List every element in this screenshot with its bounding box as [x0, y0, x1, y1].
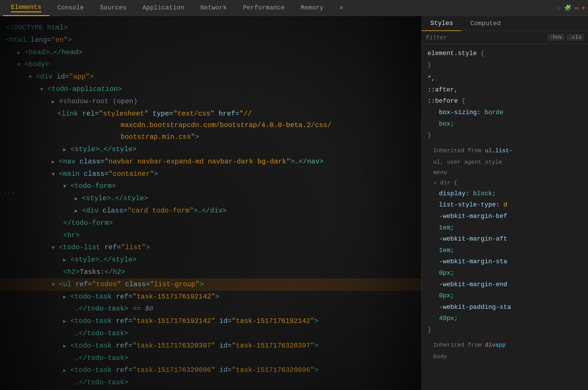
- dom-line-ul-selected[interactable]: <ul ref="todos" class="list-group">: [0, 278, 421, 291]
- dom-line-task3-close: …</todo-task>: [0, 352, 421, 364]
- filter-badge-hov[interactable]: :hov: [548, 34, 564, 41]
- triangle-todo-app[interactable]: [40, 87, 43, 92]
- style-rule-inherited-ul: Inherited from ul.list- ul, user agent s…: [422, 142, 588, 337]
- style-rule-universal: *, ::after, ::before { box-sizing: borde…: [422, 72, 588, 142]
- styles-tab-styles[interactable]: Styles: [422, 16, 462, 31]
- tab-sources-label: Sources: [100, 4, 126, 11]
- triangle-todo-form[interactable]: [63, 184, 66, 189]
- styles-tab-styles-label: Styles: [430, 20, 453, 27]
- triangle-task3[interactable]: [63, 343, 66, 349]
- dom-line-todo-task5: <todo-task ref="task-1517176334849" id="…: [0, 389, 421, 390]
- dots-indicator: ···: [3, 188, 15, 199]
- triangle-body[interactable]: [17, 62, 20, 68]
- styles-tabs: Styles Computed: [422, 16, 588, 31]
- dom-line-hr: <hr>: [0, 229, 421, 242]
- tab-memory[interactable]: Memory: [293, 0, 331, 16]
- devtools-container: Elements Console Sources Application Net…: [0, 0, 588, 390]
- tab-network-label: Network: [200, 4, 227, 11]
- toolbar: Elements Console Sources Application Net…: [0, 0, 588, 16]
- dom-line-todo-form: <todo-form>: [0, 180, 421, 192]
- styles-tab-computed[interactable]: Computed: [462, 16, 509, 31]
- tab-performance-label: Performance: [243, 4, 285, 11]
- tab-elements[interactable]: Elements: [3, 0, 49, 16]
- filter-badge-cls[interactable]: .cls: [567, 34, 584, 41]
- triangle-main[interactable]: [52, 171, 55, 177]
- star-icon[interactable]: ☆: [557, 4, 561, 11]
- dom-line-div-app: <div id="app">: [0, 71, 421, 83]
- triangle-shadow[interactable]: [52, 99, 55, 105]
- tab-console[interactable]: Console: [49, 0, 92, 16]
- triangle-todo-list[interactable]: [52, 245, 55, 251]
- dom-line-style3: <style>…</style>: [0, 254, 421, 266]
- dom-line-todo-list: <todo-list ref="list">: [0, 241, 421, 254]
- triangle-ul[interactable]: [52, 282, 55, 288]
- dom-line-todo-task2: <todo-task ref="task-1517176192142" id="…: [0, 315, 421, 327]
- dom-line-nav: <nav class="navbar navbar-expand-md navb…: [0, 156, 421, 168]
- triangle-head[interactable]: [17, 50, 20, 56]
- tab-memory-label: Memory: [301, 4, 323, 11]
- tab-elements-label: Elements: [11, 4, 41, 12]
- filter-badges: :hov .cls: [548, 34, 584, 41]
- triangle-task4[interactable]: [63, 368, 66, 373]
- styles-filter-bar: :hov .cls: [422, 31, 588, 44]
- styles-tab-computed-label: Computed: [470, 20, 501, 27]
- triangle-div-app[interactable]: [29, 74, 32, 80]
- dom-line-h2: <h2>Tasks:</h2>: [0, 266, 421, 278]
- inherited-from-div: Inherited from divapp: [433, 340, 577, 350]
- inherited-from-ul: Inherited from ul.list-: [433, 146, 577, 156]
- dom-line-todo-task4: <todo-task ref="task-1517176329096" id="…: [0, 364, 421, 377]
- dom-line-task2-close: …</todo-task>: [0, 327, 421, 340]
- dom-line-style1: <style>…</style>: [0, 143, 421, 156]
- dom-line-task4-close: …</todo-task>: [0, 377, 421, 389]
- dom-line-body: <body>: [0, 58, 421, 71]
- dom-line-todo-task3: <todo-task ref="task-1517176320397" id="…: [0, 340, 421, 352]
- tab-more[interactable]: »: [332, 0, 351, 16]
- dom-line-link: <link rel="stylesheet" type="text/css" h…: [0, 108, 421, 143]
- style-selector-element: element.style {: [428, 48, 582, 59]
- dom-panel: ··· <!DOCTYPE html> <html lang="en"> <he…: [0, 16, 421, 390]
- tab-console-label: Console: [57, 4, 84, 11]
- profile-icon[interactable]: ●: [582, 5, 585, 11]
- dom-line-head: <head>…</head>: [0, 46, 421, 59]
- tab-network[interactable]: Network: [192, 0, 235, 16]
- styles-content: element.style { } *, ::after, ::before {…: [422, 44, 588, 390]
- dom-line-close-todo-form: </todo-form>: [0, 217, 421, 229]
- style-rule-inherited-div: Inherited from divapp body: [422, 337, 588, 363]
- tab-application-label: Application: [142, 4, 184, 11]
- toolbar-right: ☆ 🧩 ▭ ●: [557, 4, 585, 11]
- style-closing-element: }: [428, 59, 582, 71]
- dom-line-style2: <style>…</style>: [0, 192, 421, 205]
- tab-application[interactable]: Application: [134, 0, 192, 16]
- dom-line-todo-app: <todo-application>: [0, 83, 421, 95]
- triangle-style1[interactable]: [63, 147, 66, 153]
- dom-line-main: <main class="container">: [0, 168, 421, 180]
- styles-panel: Styles Computed :hov .cls elem: [421, 16, 588, 390]
- styles-filter-input[interactable]: [426, 34, 545, 41]
- triangle-style3[interactable]: [63, 257, 66, 263]
- tab-more-label: »: [340, 4, 343, 11]
- extension-icon[interactable]: 🧩: [564, 4, 571, 11]
- triangle-div-card[interactable]: [75, 208, 78, 214]
- dom-line-shadow: #shadow-root (open): [0, 95, 421, 108]
- dom-line-task1-close: …</todo-task> == $0: [0, 303, 421, 315]
- triangle-nav[interactable]: [52, 159, 55, 165]
- dom-line-html: <html lang="en">: [0, 34, 421, 46]
- triangle-style2[interactable]: [75, 196, 78, 202]
- tab-sources[interactable]: Sources: [92, 0, 134, 16]
- main-content: ··· <!DOCTYPE html> <html lang="en"> <he…: [0, 16, 588, 390]
- style-rule-element: element.style { }: [422, 47, 588, 72]
- dom-line-div-card: <div class="card todo-form">…</div>: [0, 205, 421, 217]
- triangle-task2[interactable]: [63, 319, 66, 324]
- tab-performance[interactable]: Performance: [235, 0, 293, 16]
- triangle-task1[interactable]: [63, 294, 66, 300]
- cast-icon[interactable]: ▭: [575, 4, 578, 11]
- dom-line-doctype: <!DOCTYPE html>: [0, 22, 421, 34]
- dom-line-todo-task1: <todo-task ref="task-1517176192142">: [0, 291, 421, 303]
